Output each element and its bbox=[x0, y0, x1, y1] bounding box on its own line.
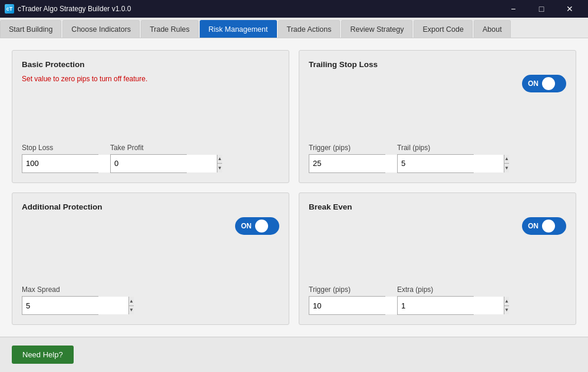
trailing-trigger-label: Trigger (pips) bbox=[309, 144, 385, 152]
tab-choose-indicators[interactable]: Choose Indicators bbox=[62, 20, 140, 38]
additional-toggle-knob bbox=[255, 220, 268, 232]
basic-protection-title: Basic Protection bbox=[22, 60, 279, 69]
trailing-trail-arrows: ▲ ▼ bbox=[504, 155, 509, 172]
max-spread-down[interactable]: ▼ bbox=[129, 306, 134, 315]
trailing-fields: Trigger (pips) ▲ ▼ Trail (pips) ▲ ▼ bbox=[309, 144, 566, 173]
tab-review-strategy[interactable]: Review Strategy bbox=[341, 20, 412, 38]
take-profit-input[interactable] bbox=[111, 155, 217, 172]
tab-trade-actions[interactable]: Trade Actions bbox=[278, 20, 341, 38]
tab-trade-rules[interactable]: Trade Rules bbox=[141, 20, 199, 38]
additional-toggle-row: ON bbox=[22, 217, 279, 235]
take-profit-spinner[interactable]: ▲ ▼ bbox=[110, 154, 187, 173]
trailing-trail-label: Trail (pips) bbox=[397, 144, 474, 152]
basic-protection-panel: Basic Protection Set value to zero pips … bbox=[12, 50, 289, 183]
trailing-toggle-label: ON bbox=[528, 79, 539, 88]
max-spread-spinner[interactable]: ▲ ▼ bbox=[22, 296, 98, 315]
tab-export-code[interactable]: Export Code bbox=[414, 20, 472, 38]
additional-protection-title: Additional Protection bbox=[22, 202, 279, 211]
trailing-trigger-spinner[interactable]: ▲ ▼ bbox=[309, 154, 385, 173]
main-content: Basic Protection Set value to zero pips … bbox=[0, 38, 588, 337]
trailing-trail-up[interactable]: ▲ bbox=[504, 155, 509, 164]
trailing-toggle-knob bbox=[542, 77, 555, 90]
break-even-trigger-group: Trigger (pips) ▲ ▼ bbox=[309, 285, 385, 315]
trailing-trail-spinner[interactable]: ▲ ▼ bbox=[397, 154, 474, 173]
trailing-toggle-row: ON bbox=[309, 75, 566, 92]
break-even-panel: Break Even ON Trigger (pips) ▲ ▼ Extra (… bbox=[299, 192, 576, 326]
tab-risk-management[interactable]: Risk Management bbox=[200, 20, 277, 38]
take-profit-label: Take Profit bbox=[110, 144, 187, 152]
additional-protection-panel: Additional Protection ON Max Spread ▲ ▼ bbox=[12, 192, 289, 326]
break-even-fields: Trigger (pips) ▲ ▼ Extra (pips) ▲ ▼ bbox=[309, 285, 566, 315]
minimize-button[interactable]: − bbox=[500, 0, 527, 18]
basic-protection-warning: Set value to zero pips to turn off featu… bbox=[22, 75, 279, 83]
max-spread-up[interactable]: ▲ bbox=[129, 297, 134, 306]
additional-toggle-label: ON bbox=[241, 222, 252, 230]
trailing-stop-loss-panel: Trailing Stop Loss ON Trigger (pips) ▲ ▼… bbox=[299, 50, 576, 183]
break-even-extra-input[interactable] bbox=[398, 297, 504, 314]
trailing-trail-group: Trail (pips) ▲ ▼ bbox=[397, 144, 474, 173]
break-even-toggle[interactable]: ON bbox=[522, 217, 566, 235]
bottom-bar: Need Help? bbox=[0, 337, 588, 372]
stop-loss-spinner[interactable]: ▲ ▼ bbox=[22, 154, 98, 173]
take-profit-arrows: ▲ ▼ bbox=[217, 155, 222, 172]
additional-toggle[interactable]: ON bbox=[235, 217, 279, 235]
break-even-extra-label: Extra (pips) bbox=[397, 285, 474, 294]
trailing-trail-down[interactable]: ▼ bbox=[504, 164, 509, 172]
take-profit-group: Take Profit ▲ ▼ bbox=[110, 144, 187, 173]
max-spread-group: Max Spread ▲ ▼ bbox=[22, 285, 98, 315]
max-spread-input[interactable] bbox=[22, 297, 128, 314]
trailing-trail-input[interactable] bbox=[398, 155, 504, 172]
break-even-extra-arrows: ▲ ▼ bbox=[504, 297, 509, 314]
break-even-extra-group: Extra (pips) ▲ ▼ bbox=[397, 285, 474, 315]
break-even-trigger-spinner[interactable]: ▲ ▼ bbox=[309, 296, 385, 315]
break-even-toggle-label: ON bbox=[528, 222, 539, 230]
close-button[interactable]: ✕ bbox=[556, 0, 583, 18]
help-button[interactable]: Need Help? bbox=[12, 346, 74, 364]
maximize-button[interactable]: □ bbox=[528, 0, 555, 18]
break-even-extra-down[interactable]: ▼ bbox=[504, 306, 509, 315]
trailing-toggle[interactable]: ON bbox=[522, 75, 566, 92]
max-spread-arrows: ▲ ▼ bbox=[128, 297, 134, 314]
max-spread-label: Max Spread bbox=[22, 285, 98, 294]
title-bar-left: cT cTrader Algo Strategy Builder v1.0.0 bbox=[5, 4, 131, 14]
break-even-toggle-knob bbox=[542, 220, 555, 232]
app-icon: cT bbox=[5, 4, 14, 14]
app-title: cTrader Algo Strategy Builder v1.0.0 bbox=[18, 5, 131, 13]
trailing-stop-loss-title: Trailing Stop Loss bbox=[309, 60, 566, 69]
tab-about[interactable]: About bbox=[474, 20, 511, 38]
stop-loss-label: Stop Loss bbox=[22, 144, 98, 152]
basic-protection-fields: Stop Loss ▲ ▼ Take Profit ▲ ▼ bbox=[22, 144, 279, 173]
break-even-title: Break Even bbox=[309, 202, 566, 211]
take-profit-down[interactable]: ▼ bbox=[217, 164, 222, 172]
tab-bar: Start Building Choose Indicators Trade R… bbox=[0, 18, 588, 38]
tab-start-building[interactable]: Start Building bbox=[0, 20, 61, 38]
stop-loss-group: Stop Loss ▲ ▼ bbox=[22, 144, 98, 173]
additional-fields: Max Spread ▲ ▼ bbox=[22, 285, 279, 315]
trailing-trigger-group: Trigger (pips) ▲ ▼ bbox=[309, 144, 385, 173]
title-bar: cT cTrader Algo Strategy Builder v1.0.0 … bbox=[0, 0, 588, 18]
take-profit-up[interactable]: ▲ bbox=[217, 155, 222, 164]
break-even-extra-spinner[interactable]: ▲ ▼ bbox=[397, 296, 474, 315]
break-even-extra-up[interactable]: ▲ bbox=[504, 297, 509, 306]
window-controls: − □ ✕ bbox=[500, 0, 583, 18]
break-even-trigger-label: Trigger (pips) bbox=[309, 285, 385, 294]
break-even-toggle-row: ON bbox=[309, 217, 566, 235]
